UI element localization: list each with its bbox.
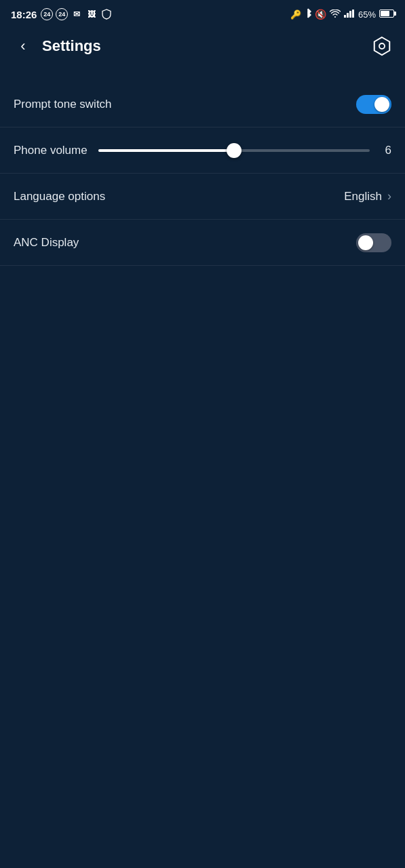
prompt-tone-toggle[interactable] xyxy=(356,95,391,114)
signal-icon xyxy=(344,9,355,20)
hex-settings-icon xyxy=(371,35,393,57)
language-value-label: English xyxy=(344,190,382,203)
svg-point-5 xyxy=(379,43,385,49)
prompt-tone-switch-control xyxy=(356,95,391,114)
svg-rect-3 xyxy=(349,11,351,18)
svg-rect-4 xyxy=(352,9,354,18)
shield-icon xyxy=(100,8,113,20)
mute-icon: 🔇 xyxy=(315,9,326,20)
badge-24b-icon: 24 xyxy=(56,8,68,20)
battery-icon xyxy=(379,9,394,20)
anc-display-toggle[interactable] xyxy=(356,233,391,252)
wifi-icon xyxy=(330,9,341,20)
status-left-icons: 24 24 ✉ 🖼 xyxy=(41,8,113,20)
prompt-tone-switch-label: Prompt tone switch xyxy=(14,98,112,111)
header: ‹ Settings xyxy=(0,27,405,68)
settings-list: Prompt tone switch Phone volume 6 Langua… xyxy=(0,81,405,266)
svg-rect-1 xyxy=(344,15,346,18)
key-icon: 🔑 xyxy=(290,9,301,20)
volume-slider-fill xyxy=(98,149,234,152)
anc-display-label: ANC Display xyxy=(14,236,79,250)
image-icon: 🖼 xyxy=(85,8,98,20)
page-title: Settings xyxy=(42,37,363,55)
back-button[interactable]: ‹ xyxy=(11,34,35,58)
language-options-label: Language options xyxy=(14,190,105,203)
language-chevron-icon: › xyxy=(387,189,391,203)
bluetooth-icon xyxy=(305,8,311,20)
volume-slider-thumb[interactable] xyxy=(227,143,242,158)
language-options-right: English › xyxy=(344,189,391,203)
status-right-icons: 🔑 🔇 xyxy=(290,8,394,20)
anc-display-control xyxy=(356,233,391,252)
mail-icon: ✉ xyxy=(71,8,83,20)
anc-display-row[interactable]: ANC Display xyxy=(0,220,405,266)
prompt-tone-switch-row[interactable]: Prompt tone switch xyxy=(0,81,405,127)
status-bar: 18:26 24 24 ✉ 🖼 🔑 xyxy=(0,0,405,27)
phone-volume-row[interactable]: Phone volume 6 xyxy=(0,127,405,174)
phone-volume-label: Phone volume xyxy=(14,144,88,157)
language-options-row[interactable]: Language options English › xyxy=(0,174,405,220)
status-time: 18:26 xyxy=(11,9,37,20)
volume-slider-track[interactable] xyxy=(98,149,370,152)
back-arrow-icon: ‹ xyxy=(20,37,25,55)
badge-24-icon: 24 xyxy=(41,8,53,20)
volume-value-label: 6 xyxy=(379,144,391,157)
anc-display-knob xyxy=(358,235,373,250)
battery-percent-label: 65% xyxy=(358,9,376,20)
settings-hex-button[interactable] xyxy=(370,34,394,58)
volume-slider-container: 6 xyxy=(98,144,391,157)
prompt-tone-knob xyxy=(374,97,389,112)
svg-rect-2 xyxy=(347,13,349,18)
